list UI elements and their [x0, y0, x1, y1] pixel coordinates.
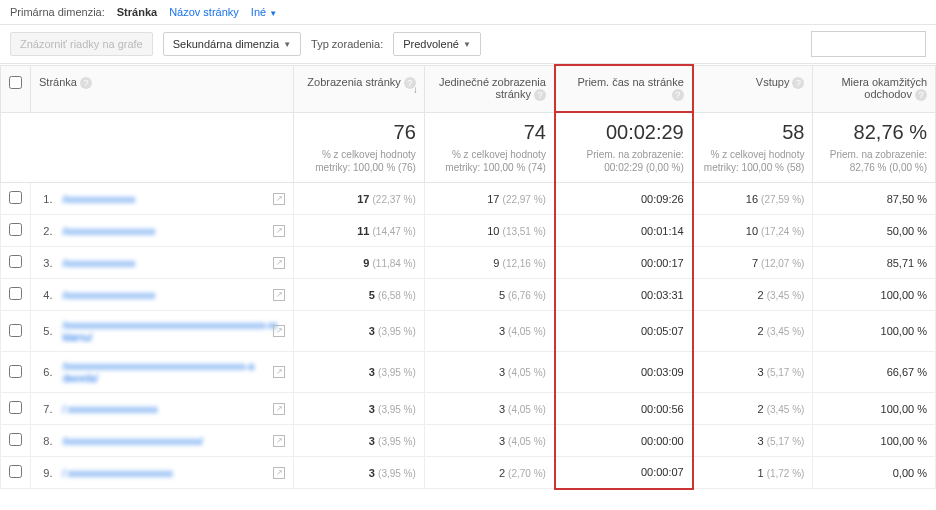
row-checkbox[interactable] — [9, 223, 22, 236]
row-avgtime: 00:03:31 — [555, 279, 693, 311]
row-avgtime: 00:09:26 — [555, 183, 693, 215]
row-page-link[interactable]: /xxxxxxxxxxxxxxxxxxxxxxxxxxxxxxxxxxxx-a … — [55, 352, 294, 393]
row-avgtime: 00:00:07 — [555, 457, 693, 489]
summary-row: 76% z celkovej hodnoty metriky: 100,00 %… — [1, 112, 936, 183]
row-checkbox[interactable] — [9, 465, 22, 478]
row-entries: 2 (3,45 %) — [693, 311, 813, 352]
row-views: 3 (3,95 %) — [294, 457, 425, 489]
search-input[interactable] — [811, 31, 926, 57]
row-checkbox[interactable] — [9, 255, 22, 268]
row-unique: 17 (22,97 %) — [424, 183, 555, 215]
row-checkbox[interactable] — [9, 401, 22, 414]
row-page-link[interactable]: /xxxxxxxxxxxxxxxxxxxxxxxxxxx/↗ — [55, 425, 294, 457]
row-bounce: 100,00 % — [813, 425, 936, 457]
row-checkbox[interactable] — [9, 324, 22, 337]
head-entries[interactable]: Vstupy? — [693, 65, 813, 112]
row-unique: 5 (6,76 %) — [424, 279, 555, 311]
row-index: 5. — [31, 311, 55, 352]
head-unique-views[interactable]: Jedinečné zobrazenia stránky? — [424, 65, 555, 112]
external-link-icon[interactable]: ↗ — [273, 366, 285, 378]
summary-views: 76% z celkovej hodnoty metriky: 100,00 %… — [294, 112, 425, 183]
head-bounce[interactable]: Miera okamžitých odchodov? — [813, 65, 936, 112]
row-views: 3 (3,95 %) — [294, 352, 425, 393]
external-link-icon[interactable]: ↗ — [273, 403, 285, 415]
summary-unique: 74% z celkovej hodnoty metriky: 100,00 %… — [424, 112, 555, 183]
row-index: 8. — [31, 425, 55, 457]
analytics-table-wrap: Primárna dimenzia: Stránka Názov stránky… — [0, 0, 936, 490]
dimension-page-title[interactable]: Názov stránky — [169, 6, 239, 18]
external-link-icon[interactable]: ↗ — [273, 289, 285, 301]
table-row: 9./ xxxxxxxxxxxxxxxxxxxxx↗3 (3,95 %)2 (2… — [1, 457, 936, 489]
row-bounce: 100,00 % — [813, 393, 936, 425]
row-views: 3 (3,95 %) — [294, 393, 425, 425]
external-link-icon[interactable]: ↗ — [273, 257, 285, 269]
dimension-other[interactable]: Iné ▼ — [251, 6, 277, 18]
help-icon[interactable]: ? — [792, 77, 804, 89]
head-page[interactable]: Stránka? — [31, 65, 294, 112]
row-entries: 16 (27,59 %) — [693, 183, 813, 215]
help-icon[interactable]: ? — [672, 89, 684, 101]
row-bounce: 100,00 % — [813, 279, 936, 311]
row-page-link[interactable]: /xxxxxxxxxxxxxxxxxx↗ — [55, 279, 294, 311]
row-bounce: 87,50 % — [813, 183, 936, 215]
row-index: 3. — [31, 247, 55, 279]
row-bounce: 66,67 % — [813, 352, 936, 393]
row-checkbox[interactable] — [9, 191, 22, 204]
table-row: 1./xxxxxxxxxxxxxx↗17 (22,37 %)17 (22,97 … — [1, 183, 936, 215]
table-row: 6./xxxxxxxxxxxxxxxxxxxxxxxxxxxxxxxxxxxx-… — [1, 352, 936, 393]
plot-rows-button: Znázorniť riadky na grafe — [10, 32, 153, 56]
row-views: 3 (3,95 %) — [294, 311, 425, 352]
row-views: 5 (6,58 %) — [294, 279, 425, 311]
row-checkbox-cell — [1, 457, 31, 489]
external-link-icon[interactable]: ↗ — [273, 225, 285, 237]
row-page-link[interactable]: /xxxxxxxxxxxxxx↗ — [55, 247, 294, 279]
head-pageviews[interactable]: Zobrazenia stránky?↓ — [294, 65, 425, 112]
external-link-icon[interactable]: ↗ — [273, 193, 285, 205]
row-index: 2. — [31, 215, 55, 247]
row-bounce: 100,00 % — [813, 311, 936, 352]
row-views: 3 (3,95 %) — [294, 425, 425, 457]
row-checkbox[interactable] — [9, 433, 22, 446]
row-views: 9 (11,84 %) — [294, 247, 425, 279]
row-checkbox-cell — [1, 183, 31, 215]
help-icon[interactable]: ? — [915, 89, 927, 101]
dimension-page-active[interactable]: Stránka — [117, 6, 157, 18]
row-page-link[interactable]: /xxxxxxxxxxxxxxxxxx↗ — [55, 215, 294, 247]
row-entries: 1 (1,72 %) — [693, 457, 813, 489]
row-checkbox[interactable] — [9, 287, 22, 300]
row-unique: 3 (4,05 %) — [424, 311, 555, 352]
row-entries: 7 (12,07 %) — [693, 247, 813, 279]
head-avg-time[interactable]: Priem. čas na stránke? — [555, 65, 693, 112]
chevron-down-icon: ▼ — [283, 40, 291, 49]
row-checkbox-cell — [1, 352, 31, 393]
row-views: 11 (14,47 %) — [294, 215, 425, 247]
row-checkbox[interactable] — [9, 365, 22, 378]
sort-type-select[interactable]: Predvolené▼ — [393, 32, 481, 56]
external-link-icon[interactable]: ↗ — [273, 325, 285, 337]
row-bounce: 0,00 % — [813, 457, 936, 489]
row-unique: 10 (13,51 %) — [424, 215, 555, 247]
row-bounce: 50,00 % — [813, 215, 936, 247]
primary-dimension-bar: Primárna dimenzia: Stránka Názov stránky… — [0, 0, 936, 25]
control-bar: Znázorniť riadky na grafe Sekundárna dim… — [0, 25, 936, 64]
row-page-link[interactable]: / xxxxxxxxxxxxxxxxxx↗ — [55, 393, 294, 425]
external-link-icon[interactable]: ↗ — [273, 467, 285, 479]
row-avgtime: 00:00:00 — [555, 425, 693, 457]
help-icon[interactable]: ? — [534, 89, 546, 101]
table-row: 2./xxxxxxxxxxxxxxxxxx↗11 (14,47 %)10 (13… — [1, 215, 936, 247]
sort-down-icon: ↓ — [413, 83, 418, 94]
chevron-down-icon: ▼ — [269, 9, 277, 18]
select-all-checkbox[interactable] — [9, 76, 22, 89]
row-page-link[interactable]: / xxxxxxxxxxxxxxxxxxxxx↗ — [55, 457, 294, 489]
table-row: 5./xxxxxxxxxxxxxxxxxxxxxxxxxxxxxxxxxxxxx… — [1, 311, 936, 352]
row-bounce: 85,71 % — [813, 247, 936, 279]
help-icon[interactable]: ? — [80, 77, 92, 89]
row-unique: 3 (4,05 %) — [424, 352, 555, 393]
row-page-link[interactable]: /xxxxxxxxxxxxxx↗ — [55, 183, 294, 215]
row-page-link[interactable]: /xxxxxxxxxxxxxxxxxxxxxxxxxxxxxxxxxxxxxxx… — [55, 311, 294, 352]
external-link-icon[interactable]: ↗ — [273, 435, 285, 447]
row-index: 4. — [31, 279, 55, 311]
row-avgtime: 00:00:17 — [555, 247, 693, 279]
secondary-dimension-select[interactable]: Sekundárna dimenzia▼ — [163, 32, 301, 56]
row-views: 17 (22,37 %) — [294, 183, 425, 215]
